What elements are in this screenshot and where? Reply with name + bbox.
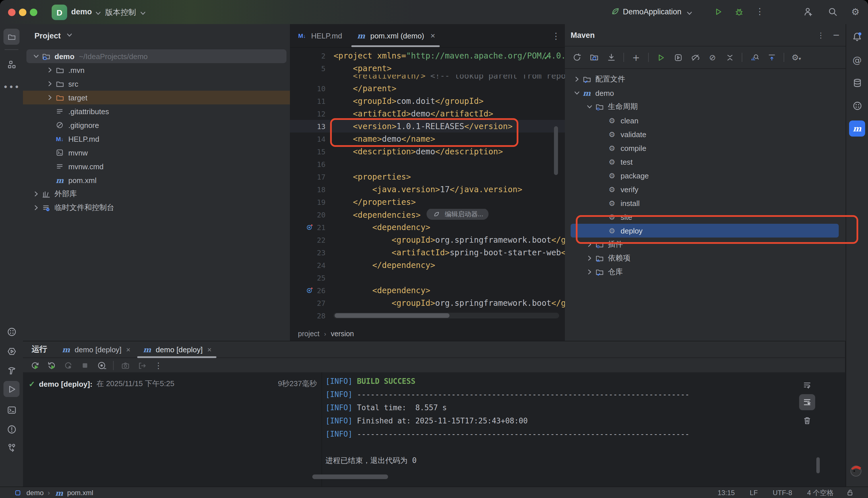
- project-tree-row-临时文件和控制台[interactable]: 临时文件和控制台: [23, 201, 290, 214]
- editor-horizontal-scrollbar[interactable]: [334, 313, 559, 318]
- close-tab-icon[interactable]: ×: [430, 31, 435, 40]
- settings-gear-icon[interactable]: ⚙: [850, 6, 860, 17]
- resume-icon[interactable]: [61, 358, 76, 372]
- console-output[interactable]: [INFO] BUILD SUCCESS[INFO] -------------…: [325, 375, 799, 487]
- maven-toolwindow-icon[interactable]: m: [849, 120, 865, 136]
- chevron-right-icon[interactable]: [31, 202, 41, 213]
- close-tab-icon[interactable]: ×: [126, 345, 130, 354]
- code-line-folded[interactable]: <relativePath/> <!-- lookup parent from …: [290, 75, 565, 82]
- code-line-24[interactable]: 24 </dependency>: [290, 259, 565, 271]
- chevron-right-icon[interactable]: [44, 79, 55, 89]
- breadcrumb-item[interactable]: version: [331, 330, 354, 338]
- terminal-icon[interactable]: [3, 402, 20, 418]
- maven-tree-row-test[interactable]: ⚙test: [565, 155, 846, 169]
- lock-open-icon[interactable]: [845, 487, 855, 498]
- project-tree-row-demo[interactable]: demo~/IdeaProjects/demo: [26, 49, 286, 63]
- soft-wrap-icon[interactable]: [802, 380, 812, 390]
- run-result-item[interactable]: ✓ demo [deploy]: 在 2025/11/15 下午5:25 9秒2…: [29, 377, 317, 391]
- services-icon[interactable]: [3, 324, 20, 340]
- run-green-icon[interactable]: [653, 51, 668, 64]
- run-tab-1[interactable]: mdemo [deploy]×: [55, 341, 137, 357]
- expand-all-icon[interactable]: [764, 51, 779, 64]
- code-line-13[interactable]: 13 <version>1.0.1-RELEASES</version>: [290, 120, 565, 132]
- chevron-right-icon[interactable]: [31, 189, 41, 199]
- code-line-22[interactable]: 22 <groupId>org.springframework.boot</gr…: [290, 234, 565, 246]
- code-line-19[interactable]: 19 </properties>: [290, 196, 565, 208]
- code-line-12[interactable]: 12 <artifactId>demo</artifactId>: [290, 107, 565, 120]
- rerun-icon[interactable]: [28, 358, 42, 372]
- minimize-panel-icon[interactable]: −: [833, 30, 840, 40]
- search-icon[interactable]: [827, 6, 838, 18]
- code-line-5[interactable]: 5 <parent>: [290, 62, 565, 75]
- code-line-11[interactable]: 11 <groupId>com.doit</groupId>: [290, 95, 565, 107]
- debug-icon[interactable]: [734, 6, 744, 17]
- minimize-window-button[interactable]: [19, 9, 26, 16]
- maven-tree-row-配置文件[interactable]: 配置文件: [565, 72, 846, 86]
- run-tab-2[interactable]: mdemo [deploy]×: [137, 341, 218, 357]
- editor-tab-pom.xml (demo)[interactable]: mpom.xml (demo)×: [349, 24, 442, 47]
- code-line-18[interactable]: 18 <java.version>17</java.version>: [290, 183, 565, 196]
- code-line-16[interactable]: 16: [290, 158, 565, 170]
- maven-tree-row-compile[interactable]: ⚙compile: [565, 141, 846, 155]
- chevron-right-icon[interactable]: [571, 74, 582, 84]
- run-panel-title[interactable]: 运行: [23, 344, 55, 355]
- project-panel-title[interactable]: Project: [35, 31, 61, 40]
- exit-icon[interactable]: [134, 358, 149, 372]
- project-tree-row-pom.xml[interactable]: mpom.xml: [23, 173, 290, 187]
- filter-eye-icon[interactable]: [94, 358, 109, 372]
- debug-button[interactable]: [734, 6, 744, 18]
- code-line-21[interactable]: 21 <dependency>: [290, 221, 565, 234]
- indent-setting[interactable]: 4 个空格: [807, 488, 833, 498]
- add-icon[interactable]: +: [629, 51, 644, 64]
- build-icon[interactable]: [3, 363, 20, 379]
- database-icon[interactable]: [849, 75, 865, 91]
- maven-tree-row-仓库[interactable]: 仓库: [565, 265, 846, 279]
- run-configuration-selector[interactable]: DemoApplication: [623, 8, 682, 16]
- close-tab-icon[interactable]: ×: [207, 345, 211, 354]
- scrollbar-thumb[interactable]: [335, 313, 450, 318]
- breadcrumb-item[interactable]: project: [298, 330, 320, 338]
- project-tree-row-外部库[interactable]: 外部库: [23, 187, 290, 201]
- chevron-right-icon[interactable]: [44, 92, 55, 103]
- file-encoding[interactable]: UTF-8: [773, 489, 792, 497]
- status-project[interactable]: demo: [26, 489, 44, 497]
- refresh-icon[interactable]: [569, 51, 584, 64]
- caret-position[interactable]: 13:15: [717, 489, 735, 497]
- maven-tree-row-verify[interactable]: ⚙verify: [565, 182, 846, 196]
- ai-assistant-icon[interactable]: @: [849, 52, 865, 68]
- settings-gear-icon[interactable]: ⚙: [850, 6, 860, 17]
- vcs-menu[interactable]: 版本控制: [105, 8, 136, 18]
- search-deps-icon[interactable]: [747, 51, 762, 64]
- chevron-right-icon[interactable]: [584, 253, 594, 263]
- line-ending[interactable]: LF: [750, 489, 758, 497]
- code-line-27[interactable]: 27 <groupId>org.springframework.boot</gr…: [290, 297, 565, 309]
- maven-tree-row-package[interactable]: ⚙package: [565, 169, 846, 182]
- code-line-20[interactable]: 20 <dependencies>编辑启动器...: [290, 208, 565, 221]
- code-line-17[interactable]: 17 <properties>: [290, 170, 565, 183]
- scroll-to-end-icon[interactable]: [799, 394, 815, 410]
- editor-tab-HELP.md[interactable]: M↓HELP.md: [290, 24, 349, 47]
- maven-tree-row-依赖项[interactable]: 依赖项: [565, 251, 846, 265]
- chevron-right-icon[interactable]: [584, 239, 594, 250]
- status-file[interactable]: pom.xml: [67, 489, 93, 497]
- maven-tree-row-demo[interactable]: mdemo: [565, 86, 846, 100]
- search-icon[interactable]: [827, 6, 838, 17]
- run-toolwindow-icon[interactable]: [3, 381, 20, 397]
- maven-tree-row-deploy[interactable]: ⚙deploy: [571, 224, 839, 237]
- console-vertical-scrollbar[interactable]: [816, 457, 820, 473]
- code-line-25[interactable]: 25: [290, 271, 565, 284]
- chevron-right-icon[interactable]: [44, 65, 55, 75]
- camera-icon[interactable]: [118, 358, 133, 372]
- code-line-2[interactable]: 2<project xmlns="http://maven.apache.org…: [290, 49, 565, 62]
- editor-options-icon[interactable]: ⋮: [552, 31, 560, 41]
- project-tree-row-src[interactable]: src: [23, 77, 290, 91]
- console-horizontal-scrollbar[interactable]: [312, 474, 388, 479]
- add-user-icon[interactable]: [803, 6, 813, 18]
- maven-tree-row-install[interactable]: ⚙install: [565, 196, 846, 210]
- chevron-down-icon[interactable]: [31, 51, 41, 61]
- maven-options-icon[interactable]: ⋮: [817, 31, 825, 39]
- version-control-icon[interactable]: [3, 440, 20, 456]
- structure-icon[interactable]: [3, 56, 20, 72]
- scroll-to-end-icon[interactable]: [802, 397, 812, 407]
- notifications-icon[interactable]: [849, 29, 865, 45]
